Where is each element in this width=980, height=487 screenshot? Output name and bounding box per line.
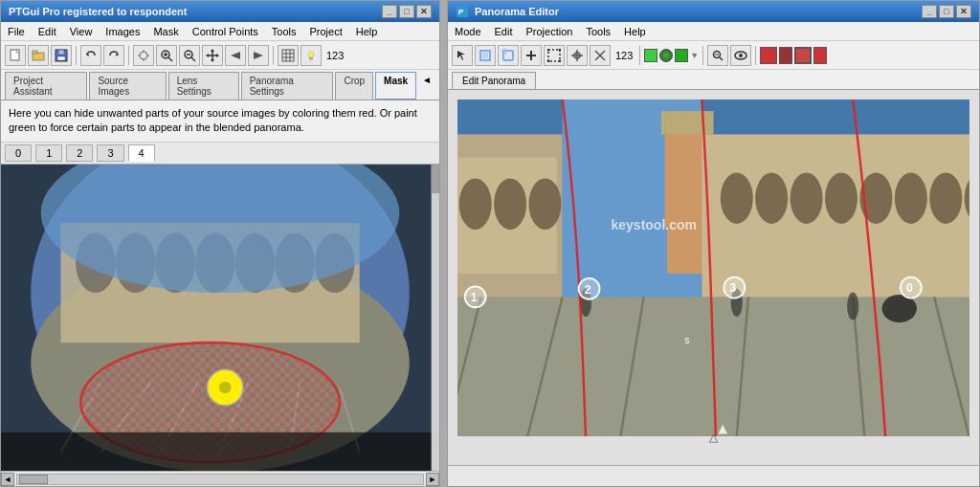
open-button[interactable] xyxy=(28,45,49,66)
pano-select-tool[interactable] xyxy=(544,45,565,66)
image-tab-4[interactable]: 4 xyxy=(128,144,155,162)
svg-marker-25 xyxy=(206,54,209,57)
svg-text:s: s xyxy=(684,334,690,345)
menu-tools[interactable]: Tools xyxy=(269,25,300,38)
pano-menu-projection[interactable]: Projection xyxy=(523,25,576,38)
tab-crop[interactable]: Crop xyxy=(335,72,373,100)
tab-project-assistant[interactable]: Project Assistant xyxy=(5,72,87,100)
menu-images[interactable]: Images xyxy=(102,25,143,38)
panorama-image-area: 1 2 3 0 4 ✕ s xyxy=(457,100,969,436)
menu-control-points[interactable]: Control Points xyxy=(189,25,261,38)
pano-edit-panorama-tab[interactable]: Edit Panorama xyxy=(452,72,536,89)
svg-rect-66 xyxy=(432,165,439,471)
pano-arrow-tool[interactable] xyxy=(452,45,473,66)
bottom-triangle-marker: △ xyxy=(709,431,718,444)
svg-point-9 xyxy=(140,52,147,59)
save-button[interactable] xyxy=(51,45,72,66)
pano-move-tool[interactable] xyxy=(475,45,496,66)
svg-point-97 xyxy=(494,179,526,230)
pano-menu-edit[interactable]: Edit xyxy=(492,25,516,38)
title-bar-buttons: _ □ ✕ xyxy=(382,5,432,18)
color-red-3-active[interactable] xyxy=(794,47,812,64)
undo-button[interactable] xyxy=(80,45,101,66)
pano-menu-bar: Mode Edit Projection Tools Help xyxy=(448,22,979,41)
pano-maximize-button[interactable]: □ xyxy=(939,5,954,18)
redo-button[interactable] xyxy=(103,45,124,66)
pan-button[interactable] xyxy=(202,45,223,66)
new-button[interactable] xyxy=(5,45,26,66)
svg-text:2: 2 xyxy=(585,283,591,297)
scroll-right-button[interactable]: ► xyxy=(426,473,439,486)
pano-close-button[interactable]: ✕ xyxy=(956,5,971,18)
color-circle-green[interactable] xyxy=(659,49,673,62)
lightbulb-button[interactable] xyxy=(301,45,322,66)
color-red-4[interactable] xyxy=(813,47,827,64)
pano-transform-tool[interactable] xyxy=(567,45,588,66)
pano-eye-button[interactable] xyxy=(730,45,751,66)
svg-point-110 xyxy=(929,172,962,223)
svg-marker-27 xyxy=(231,52,240,59)
color-green[interactable] xyxy=(644,49,657,62)
table-button[interactable] xyxy=(278,45,299,66)
menu-view[interactable]: View xyxy=(67,25,96,38)
color-red-2[interactable] xyxy=(779,47,792,64)
tab-source-images[interactable]: Source Images xyxy=(89,72,166,100)
menu-mask[interactable]: Mask xyxy=(150,25,181,38)
svg-point-34 xyxy=(308,52,314,57)
arrow-right-button[interactable] xyxy=(248,45,269,66)
pano-menu-tools[interactable]: Tools xyxy=(583,25,613,38)
tab-mask[interactable]: Mask xyxy=(375,72,416,100)
pano-title-bar-buttons: _ □ ✕ xyxy=(922,5,971,18)
pano-app-icon: P xyxy=(456,5,469,18)
minimize-button[interactable]: _ xyxy=(382,5,397,18)
scroll-track[interactable] xyxy=(16,474,424,485)
pano-zoom-button[interactable] xyxy=(707,45,728,66)
toolbar-separator-1 xyxy=(76,46,77,65)
image-tab-0[interactable]: 0 xyxy=(5,144,32,162)
pano-toolbar: 123 ▼ xyxy=(448,41,979,70)
left-title-bar: PTGui Pro registered to respondent _ □ ✕ xyxy=(1,1,439,22)
pano-title-bar: P Panorama Editor _ □ ✕ xyxy=(448,1,979,22)
image-tab-1[interactable]: 1 xyxy=(35,144,62,162)
tab-panorama-settings[interactable]: Panorama Settings xyxy=(241,72,334,100)
tab-lens-settings[interactable]: Lens Settings xyxy=(168,72,239,100)
arrow-left-button[interactable] xyxy=(225,45,246,66)
svg-point-104 xyxy=(721,172,753,223)
pano-plus-tool[interactable] xyxy=(521,45,542,66)
pano-menu-help[interactable]: Help xyxy=(621,25,649,38)
scroll-thumb[interactable] xyxy=(19,475,48,484)
menu-help[interactable]: Help xyxy=(353,25,381,38)
svg-rect-6 xyxy=(57,56,65,60)
maximize-button[interactable]: □ xyxy=(399,5,414,18)
scroll-left-button[interactable]: ◄ xyxy=(1,473,14,486)
zoom-in-button[interactable] xyxy=(156,45,177,66)
svg-text:1: 1 xyxy=(471,291,478,304)
pano-minimize-button[interactable]: _ xyxy=(922,5,937,18)
pano-cross-tool[interactable] xyxy=(590,45,611,66)
image-tabs-row: 0 1 2 3 4 xyxy=(1,143,439,165)
svg-line-88 xyxy=(720,57,723,60)
tabs-row: Project Assistant Source Images Lens Set… xyxy=(1,70,439,100)
pano-menu-mode[interactable]: Mode xyxy=(452,25,484,38)
svg-rect-77 xyxy=(548,50,560,61)
svg-point-80 xyxy=(547,59,550,62)
zoom-out-button[interactable] xyxy=(179,45,200,66)
svg-point-98 xyxy=(529,179,562,230)
align-button[interactable] xyxy=(133,45,154,66)
pano-rotate-tool[interactable] xyxy=(498,45,519,66)
menu-project[interactable]: Project xyxy=(307,25,345,38)
svg-text:0: 0 xyxy=(906,281,913,295)
menu-file[interactable]: File xyxy=(5,25,28,38)
svg-point-78 xyxy=(547,49,550,52)
color-red-1[interactable] xyxy=(760,47,777,64)
svg-point-106 xyxy=(791,172,823,223)
pano-sep-3 xyxy=(755,46,756,65)
close-button[interactable]: ✕ xyxy=(416,5,432,18)
menu-edit[interactable]: Edit xyxy=(35,25,59,38)
svg-text:3: 3 xyxy=(729,281,736,295)
image-tab-3[interactable]: 3 xyxy=(97,144,123,162)
image-tab-2[interactable]: 2 xyxy=(66,144,93,162)
svg-point-96 xyxy=(459,179,492,230)
left-title-text: PTGui Pro registered to respondent xyxy=(9,6,187,17)
color-dark-green[interactable] xyxy=(675,49,688,62)
